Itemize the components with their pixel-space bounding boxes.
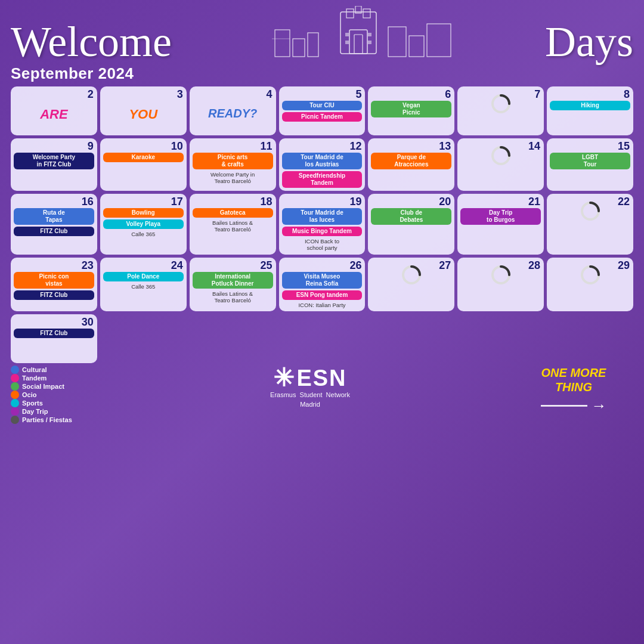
day-cell-7: 7: [457, 86, 544, 135]
day-cell-24: 24Pole DanceCalle 365: [100, 258, 187, 311]
event-tag[interactable]: FITZ Club: [14, 227, 94, 236]
day-events: Karaoke: [103, 153, 184, 162]
day-events: Tour Madrid delas lucesMusic Bingo Tande…: [282, 208, 363, 252]
day-number: 7: [534, 88, 540, 101]
day-cell-8: 8Hiking: [547, 86, 633, 135]
day-number: 20: [439, 196, 451, 208]
event-text: Bailes Latinos &Teatro Barceló: [193, 290, 273, 304]
event-tag[interactable]: Ruta deTapas: [14, 208, 94, 225]
event-tag[interactable]: Tour CIU: [282, 101, 363, 110]
event-tag[interactable]: Bowling: [103, 208, 184, 218]
day-cell-26: 26Visita MuseoReina SofíaESN Pong tandem…: [279, 258, 366, 311]
calendar-grid: 2ARE3YOU4READY?5Tour CIUPicnic Tandem6Ve…: [11, 86, 633, 363]
day-number: 12: [349, 140, 361, 153]
legend-dot: [11, 382, 19, 391]
day-cell-16: 16Ruta deTapasFITZ Club: [11, 194, 97, 255]
one-more-text: ONE MORETHING: [541, 366, 606, 394]
esn-logo: ✳ ESN Erasmus Student NetworkMadrid: [106, 366, 514, 409]
day-number: 6: [445, 88, 451, 101]
legend-dot: [11, 366, 19, 374]
skyline-icon: [263, 6, 454, 60]
event-tag[interactable]: Welcome Partyin FITZ Club: [14, 153, 94, 169]
legend-dot: [11, 374, 19, 382]
day-cell-4: 4READY?: [190, 86, 276, 135]
legend-label: Ocio: [22, 391, 36, 398]
svg-rect-14: [368, 33, 371, 36]
legend-item-parties-/-fiestas: Parties / Fiestas: [11, 416, 106, 424]
teaser-you: YOU: [103, 107, 184, 122]
event-tag[interactable]: Club deDebates: [371, 208, 451, 225]
svg-rect-4: [363, 9, 370, 18]
day-events: Tour Madrid delos AustriasSpeedfriendshi…: [282, 153, 363, 188]
event-tag[interactable]: Picnic arts& crafts: [193, 153, 273, 169]
day-number: 2: [88, 88, 94, 101]
event-tag[interactable]: ESN Pong tandem: [282, 290, 363, 300]
day-events: LGBTTour: [550, 153, 630, 169]
day-cell-25: 25InternationalPotluck DinnerBailes Lati…: [190, 258, 276, 311]
day-cell-12: 12Tour Madrid delos AustriasSpeedfriends…: [279, 138, 366, 191]
day-cell-3: 3YOU: [100, 86, 187, 135]
event-tag[interactable]: Pole Dance: [103, 272, 184, 281]
event-tag[interactable]: Tour Madrid delas luces: [282, 208, 363, 225]
day-number: 16: [82, 196, 94, 208]
event-tag[interactable]: VeganPicnic: [371, 101, 451, 117]
day-cell-13: 13Parque deAtracciones: [368, 138, 454, 191]
day-events: GatotecaBailes Latinos &Teatro Barceló: [193, 208, 273, 233]
day-number: 18: [261, 196, 273, 208]
event-tag[interactable]: Visita MuseoReina Sofía: [282, 272, 363, 289]
event-tag[interactable]: Karaoke: [103, 153, 184, 162]
day-number: 27: [439, 259, 451, 272]
legend-item-day-trip: Day Trip: [11, 407, 106, 416]
event-tag[interactable]: Volley Playa: [103, 219, 184, 229]
event-tag[interactable]: Day Tripto Burgos: [460, 208, 541, 225]
day-events: FITZ Club: [14, 329, 94, 338]
day-number: 25: [261, 259, 273, 272]
day-cell-23: 23Picnic convistasFITZ Club: [11, 258, 97, 311]
svg-rect-6: [275, 30, 290, 57]
day-number: 29: [618, 259, 630, 272]
day-cell-19: 19Tour Madrid delas lucesMusic Bingo Tan…: [279, 194, 366, 255]
svg-rect-1: [349, 30, 367, 54]
day-events: InternationalPotluck DinnerBailes Latino…: [193, 272, 273, 304]
event-tag[interactable]: Picnic convistas: [14, 272, 94, 289]
day-number: 13: [439, 140, 451, 153]
day-number: 24: [171, 259, 183, 272]
event-tag[interactable]: Hiking: [550, 101, 630, 110]
day-cell-17: 17BowlingVolley PlayaCalle 365: [100, 194, 187, 255]
welcome-title: Welcome: [11, 20, 172, 63]
legend-dot: [11, 399, 19, 407]
event-tag[interactable]: SpeedfriendshipTandem: [282, 171, 363, 188]
day-cell-14: 14: [457, 138, 544, 191]
day-number: 15: [618, 140, 630, 153]
header: Welcome: [11, 6, 633, 63]
event-tag[interactable]: Music Bingo Tandem: [282, 227, 363, 236]
day-events: VeganPicnic: [371, 101, 451, 117]
day-number: 9: [88, 140, 94, 153]
day-cell-30: 30FITZ Club: [11, 314, 97, 363]
empty-cell: [547, 314, 633, 363]
event-tag[interactable]: Parque deAtracciones: [371, 153, 451, 169]
event-text: ICON Back toschool party: [282, 238, 363, 252]
legend-item-cultural: Cultural: [11, 366, 106, 374]
day-events: Day Tripto Burgos: [460, 208, 541, 225]
day-number: 8: [624, 88, 630, 101]
event-tag[interactable]: Gatoteca: [193, 208, 273, 218]
legend-label: Tandem: [22, 374, 47, 382]
day-number: 23: [82, 259, 94, 272]
day-cell-21: 21Day Tripto Burgos: [457, 194, 544, 255]
event-tag[interactable]: Picnic Tandem: [282, 112, 363, 122]
event-tag[interactable]: FITZ Club: [14, 329, 94, 338]
event-tag[interactable]: InternationalPotluck Dinner: [193, 272, 273, 289]
event-tag[interactable]: LGBTTour: [550, 153, 630, 169]
footer: Cultural Tandem Social Impact Ocio Sport…: [11, 366, 633, 424]
svg-rect-7: [293, 39, 305, 57]
event-tag[interactable]: FITZ Club: [14, 290, 94, 300]
svg-rect-8: [308, 33, 318, 57]
empty-cell: [368, 314, 454, 363]
arrow-line-icon: [541, 405, 589, 407]
day-cell-29: 29: [547, 258, 633, 311]
day-cell-18: 18GatotecaBailes Latinos &Teatro Barceló: [190, 194, 276, 255]
day-events: Pole DanceCalle 365: [103, 272, 184, 290]
event-tag[interactable]: Tour Madrid delos Austrias: [282, 153, 363, 169]
days-title: Days: [545, 20, 633, 63]
